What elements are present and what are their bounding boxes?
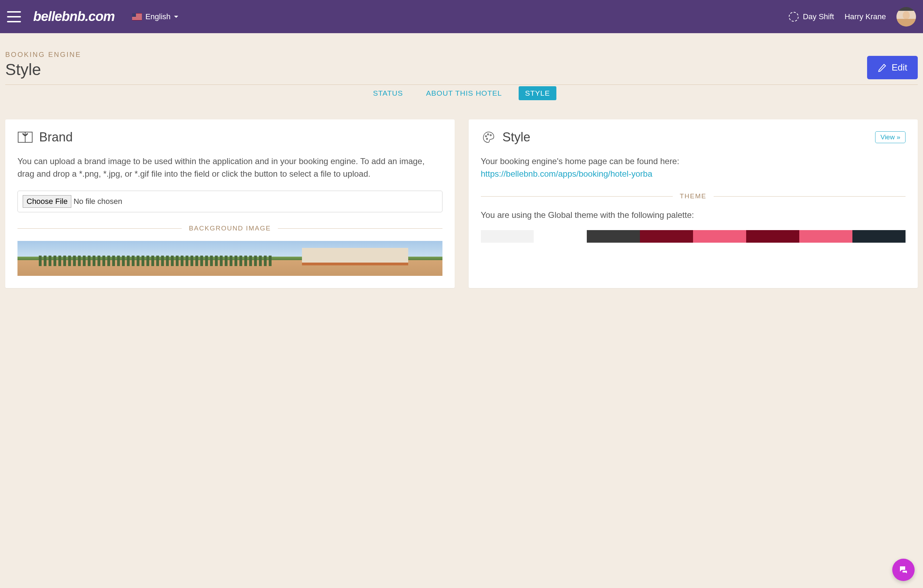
tab-status[interactable]: STATUS — [366, 86, 409, 100]
shift-indicator[interactable]: Day Shift — [789, 12, 834, 22]
edit-label: Edit — [892, 62, 907, 73]
palette-swatch-1[interactable] — [534, 230, 587, 243]
palette-swatch-6[interactable] — [799, 230, 852, 243]
palette-swatch-4[interactable] — [693, 230, 746, 243]
tab-about-this-hotel[interactable]: ABOUT THIS HOTEL — [420, 86, 508, 100]
avatar[interactable] — [897, 7, 916, 26]
page-header: BOOKING ENGINE Style Edit STATUSABOUT TH… — [5, 51, 918, 107]
svg-point-2 — [485, 136, 486, 137]
theme-label: THEME — [680, 192, 707, 200]
app-logo[interactable]: bellebnb.com — [33, 9, 115, 24]
choose-file-button[interactable]: Choose File — [23, 195, 71, 208]
svg-point-4 — [490, 134, 491, 136]
style-panel: Style View » Your booking engine's home … — [469, 120, 918, 288]
palette-swatch-5[interactable] — [746, 230, 799, 243]
edit-button[interactable]: Edit — [867, 56, 918, 79]
palette-swatch-0[interactable] — [481, 230, 534, 243]
booking-url-link[interactable]: https://bellebnb.com/apps/booking/hotel-… — [481, 169, 652, 179]
gift-icon — [18, 131, 33, 144]
tab-style[interactable]: STYLE — [519, 86, 557, 100]
page-title: Style — [5, 60, 918, 79]
app-header: bellebnb.com English Day Shift Harry Kra… — [0, 0, 923, 33]
style-intro: Your booking engine's home page can be f… — [481, 155, 906, 180]
bg-image-label: BACKGROUND IMAGE — [189, 224, 271, 232]
palette-swatch-7[interactable] — [852, 230, 905, 243]
header-right: Day Shift Harry Krane — [789, 7, 916, 26]
brand-panel-title: Brand — [39, 130, 73, 144]
background-image-preview[interactable] — [18, 241, 442, 276]
style-panel-header: Style View » — [481, 130, 906, 144]
theme-description: You are using the Global theme with the … — [481, 209, 906, 221]
file-status-label: No file chosen — [73, 197, 122, 206]
breadcrumb: BOOKING ENGINE — [5, 51, 918, 59]
chevron-down-icon — [174, 16, 178, 18]
svg-point-3 — [487, 134, 489, 135]
brand-description: You can upload a brand image to be used … — [18, 155, 442, 180]
svg-point-5 — [486, 138, 488, 140]
menu-icon[interactable] — [7, 11, 21, 22]
file-input[interactable]: Choose File No file chosen — [18, 191, 442, 212]
theme-divider: THEME — [481, 192, 906, 200]
palette-icon — [481, 131, 496, 144]
palette-row — [481, 230, 906, 243]
language-label: English — [145, 12, 171, 21]
header-left: bellebnb.com English — [7, 9, 178, 24]
style-panel-title: Style — [503, 130, 530, 144]
view-button[interactable]: View » — [875, 131, 905, 143]
style-intro-text: Your booking engine's home page can be f… — [481, 156, 679, 166]
palette-swatch-3[interactable] — [640, 230, 693, 243]
bg-image-divider: BACKGROUND IMAGE — [18, 224, 442, 232]
user-name[interactable]: Harry Krane — [844, 12, 886, 21]
flag-icon — [132, 13, 142, 20]
tabs: STATUSABOUT THIS HOTELSTYLE — [5, 85, 918, 100]
shift-label: Day Shift — [803, 12, 834, 21]
brand-panel-header: Brand — [18, 130, 442, 144]
content-area: BOOKING ENGINE Style Edit STATUSABOUT TH… — [0, 33, 923, 298]
palette-swatch-2[interactable] — [587, 230, 640, 243]
language-selector[interactable]: English — [132, 12, 178, 21]
panels-row: Brand You can upload a brand image to be… — [5, 120, 918, 288]
pencil-icon — [877, 63, 887, 72]
sun-icon — [789, 12, 798, 22]
brand-panel: Brand You can upload a brand image to be… — [5, 120, 455, 288]
